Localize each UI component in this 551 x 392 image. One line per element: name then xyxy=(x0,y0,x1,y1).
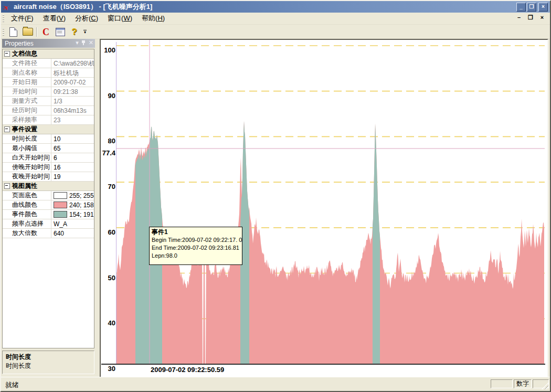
menu-item-2[interactable]: 分析(C) xyxy=(70,13,103,23)
event-tooltip-lepn: Lepn:98.0 xyxy=(152,252,240,260)
status-bar: 就绪 数字 xyxy=(1,377,550,391)
properties-panel-titlebar[interactable]: Properties ▾ ✕ xyxy=(2,39,95,48)
property-row: 放大倍数640 xyxy=(3,229,94,238)
property-value[interactable]: 23 xyxy=(51,115,94,124)
color-swatch[interactable] xyxy=(54,211,67,218)
new-document-icon xyxy=(9,27,17,37)
property-row: 页面底色255; 255; 255 xyxy=(3,191,94,200)
chart-window: 77.4 2009-07-02 09:22:50.59 事件1 Begin Ti… xyxy=(100,39,548,378)
y-axis-tick-label: 90 xyxy=(101,92,115,100)
property-section-header[interactable]: 事件设置 xyxy=(3,125,94,134)
property-value-text: W_A xyxy=(54,220,67,228)
y-axis-tick-label: 80 xyxy=(101,137,115,145)
property-value[interactable]: 1/3 xyxy=(51,97,94,105)
minimize-button[interactable]: _ xyxy=(516,3,526,12)
open-file-button[interactable] xyxy=(21,26,34,38)
menu-item-1[interactable]: 查看(V) xyxy=(38,13,70,23)
toolbar-grip[interactable] xyxy=(3,28,4,36)
property-label: 开始时间 xyxy=(3,87,51,96)
property-label: 经历时间 xyxy=(3,106,51,115)
property-row: 夜晚开始时间19 xyxy=(3,172,94,182)
property-value[interactable]: 09:21:38 xyxy=(51,87,94,96)
property-description-text: 时间长度 xyxy=(6,362,91,370)
property-value[interactable]: 栎社机场 xyxy=(51,68,94,77)
noise-plot[interactable] xyxy=(116,40,545,365)
status-panel-1 xyxy=(491,379,513,388)
property-row: 最小阈值65 xyxy=(3,144,94,153)
property-value[interactable]: 19 xyxy=(51,172,94,181)
collapse-minus-icon[interactable] xyxy=(4,51,10,57)
help-icon: ? xyxy=(71,27,77,37)
property-label: 事件颜色 xyxy=(3,210,51,219)
property-row: 采样频率23 xyxy=(3,115,94,125)
property-value[interactable]: 240; 158; 158 xyxy=(51,200,94,209)
collapse-minus-icon[interactable] xyxy=(4,183,10,189)
mdi-restore-button[interactable]: ❐ xyxy=(527,14,534,22)
property-section-header[interactable]: 视图属性 xyxy=(3,182,94,191)
menu-item-4[interactable]: 帮助(H) xyxy=(137,13,169,23)
panel-close-icon[interactable]: ✕ xyxy=(89,39,93,46)
property-section-header[interactable]: 文档信息 xyxy=(3,49,94,59)
property-value[interactable]: 640 xyxy=(51,229,94,238)
property-label: 文件路径 xyxy=(3,59,51,68)
panel-dropdown-icon[interactable]: ▾ xyxy=(76,39,79,46)
mdi-close-button[interactable]: × xyxy=(538,14,546,22)
property-value[interactable]: C:\awa6298\机场 xyxy=(51,59,94,68)
property-label: 测量方式 xyxy=(3,97,51,105)
property-row: 时间长度10 xyxy=(3,134,94,144)
property-value-text: 10 xyxy=(54,135,60,143)
app-window: ✈ aircraft noise（ISO3891） - [飞机噪声分析1] _ … xyxy=(0,0,551,392)
color-swatch[interactable] xyxy=(54,202,67,208)
property-label: 时间长度 xyxy=(3,134,51,143)
event-region[interactable] xyxy=(373,123,380,364)
property-row: 白天开始时间6 xyxy=(3,153,94,163)
property-label: 采样频率 xyxy=(3,115,51,124)
property-value-text: 1/3 xyxy=(54,97,62,105)
property-value[interactable]: 154; 191; 181 xyxy=(51,210,94,219)
c-tool-button[interactable]: C xyxy=(39,26,52,38)
property-row: 开始日期2009-07-02 xyxy=(3,78,94,87)
property-row: 曲线颜色240; 158; 158 xyxy=(3,200,94,210)
property-value-text: 154; 191; 181 xyxy=(69,210,94,219)
title-bar[interactable]: ✈ aircraft noise（ISO3891） - [飞机噪声分析1] _ … xyxy=(1,1,550,13)
noise-chart[interactable]: 77.4 2009-07-02 09:22:50.59 事件1 Begin Ti… xyxy=(101,40,547,377)
property-value[interactable]: 2009-07-02 xyxy=(51,78,94,87)
menu-item-3[interactable]: 窗口(W) xyxy=(103,13,137,23)
y-axis-tick-label: 100 xyxy=(101,46,115,54)
color-swatch[interactable] xyxy=(54,192,67,199)
properties-panel: Properties ▾ ✕ 文档信息文件路径C:\awa6298\机场测点名称… xyxy=(2,39,95,378)
mdi-minimize-button[interactable]: – xyxy=(515,14,523,22)
property-value[interactable]: 16 xyxy=(51,163,94,172)
property-value-text: 19 xyxy=(54,173,60,181)
menu-item-0[interactable]: 文件(F) xyxy=(6,13,38,23)
event-tooltip-title: 事件1 xyxy=(152,228,240,236)
collapse-minus-icon[interactable] xyxy=(4,126,10,132)
menu-grip[interactable] xyxy=(3,15,4,22)
property-value[interactable]: 6 xyxy=(51,153,94,162)
property-value[interactable]: W_A xyxy=(51,219,94,228)
help-button[interactable]: ? xyxy=(68,26,81,38)
property-row: 频率点选择W_A xyxy=(3,219,94,229)
event-tooltip-begin: Begin Time:2009-07-02 09:22:17. 0 xyxy=(152,236,240,244)
y-axis-tick-label: 30 xyxy=(101,365,115,373)
property-value-text: 240; 158; 158 xyxy=(69,201,94,209)
properties-button[interactable] xyxy=(54,26,67,38)
x-axis-line xyxy=(101,364,545,365)
close-button[interactable]: × xyxy=(538,3,548,12)
property-value-text: C:\awa6298\机场 xyxy=(54,59,94,68)
property-value-text: 23 xyxy=(54,116,60,124)
maximize-button[interactable]: ❐ xyxy=(527,3,536,12)
property-label: 开始日期 xyxy=(3,78,51,87)
property-value[interactable]: 255; 255; 255 xyxy=(51,191,94,200)
toolbar-overflow-button[interactable]: ▾ xyxy=(83,30,87,34)
new-document-button[interactable] xyxy=(7,26,20,38)
property-value[interactable]: 06h34m13s xyxy=(51,106,94,115)
property-value[interactable]: 65 xyxy=(51,144,94,153)
property-label: 傍晚开始时间 xyxy=(3,163,51,172)
property-row: 经历时间06h34m13s xyxy=(3,106,94,115)
property-value-text: 640 xyxy=(54,229,64,238)
property-row: 文件路径C:\awa6298\机场 xyxy=(3,59,94,68)
property-value[interactable]: 10 xyxy=(51,134,94,143)
pin-icon[interactable] xyxy=(81,39,86,46)
crosshair-time-label: 2009-07-02 09:22:50.59 xyxy=(151,366,224,374)
